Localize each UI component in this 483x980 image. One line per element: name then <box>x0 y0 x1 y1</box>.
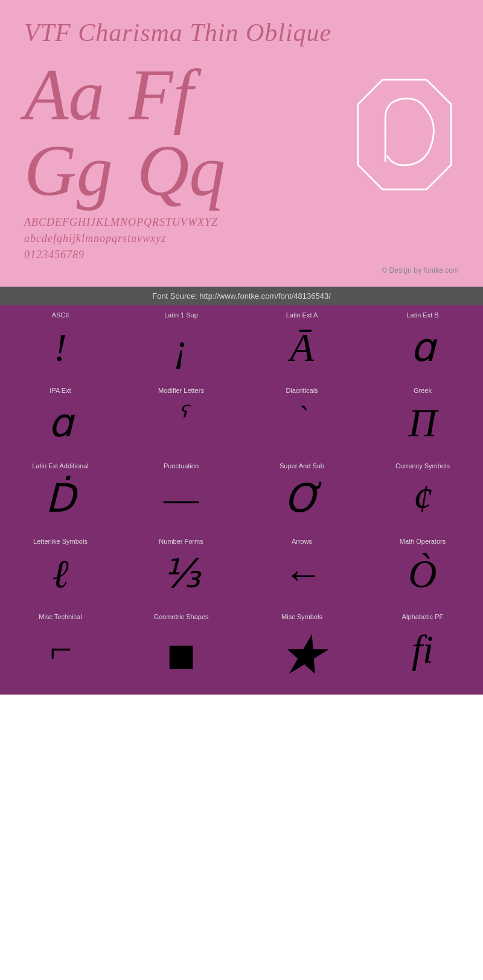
glyph-cell-mathops: Math Operators Ò <box>362 532 483 607</box>
glyph-char-superandsub: Ơ <box>284 474 320 523</box>
glyph-label-punctuation: Punctuation <box>164 462 199 469</box>
glyph-char-greek: Π <box>409 399 437 447</box>
glyph-char-ipaext: ɑ <box>48 399 73 447</box>
outlined-shape <box>350 74 459 195</box>
glyph-label-ascii: ASCII <box>52 311 69 319</box>
glyph-section: Font Source: http://www.fontke.com/font/… <box>0 287 483 695</box>
glyph-char-misctech: ⌐ <box>47 625 74 673</box>
glyph-char-latinextb: ɑ <box>411 323 435 372</box>
glyph-cell-modletters: Modifier Letters ˤ <box>121 381 242 456</box>
glyph-char-latinextadd: Ḋ <box>45 474 75 523</box>
alphabet-lower: abcdefghijklmnopqrstuvwxyz <box>24 232 459 245</box>
glyph-char-diacriticals: ` <box>297 399 307 435</box>
glyph-cell-numberforms: Number Forms ⅓ <box>121 532 242 607</box>
glyph-label-superandsub: Super And Sub <box>280 462 324 469</box>
glyph-cell-currency: Currency Symbols ¢ <box>362 456 483 532</box>
glyph-cell-alphabeticpf: Alphabetic PF fi <box>362 607 483 695</box>
chars-left: Aa Ff Gg Qq <box>24 59 350 210</box>
glyph-cell-latinexta: Latin Ext A Ā <box>242 305 362 381</box>
alphabet-upper: ABCDEFGHIJKLMNOPQRSTUVWXYZ <box>24 216 459 229</box>
glyph-char-miscsymbols: ★ <box>278 625 327 686</box>
glyph-label-latinextb: Latin Ext B <box>406 311 438 319</box>
glyph-cell-punctuation: Punctuation — <box>121 456 242 532</box>
glyph-cell-letterlike: Letterlike Symbols ℓ <box>0 532 121 607</box>
glyph-label-ipaext: IPA Ext <box>50 387 71 394</box>
glyph-char-alphabeticpf: fi <box>412 625 433 673</box>
preview-section: VTF Charisma Thin Oblique Aa Ff Gg Qq AB… <box>0 0 483 287</box>
glyph-char-ascii: ! <box>54 323 67 372</box>
outlined-a-svg <box>350 74 459 195</box>
glyph-cell-latin1sup: Latin 1 Sup ¡ <box>121 305 242 381</box>
big-chars-display: Aa Ff Gg Qq <box>24 59 459 210</box>
glyph-char-geoshapes: ■ <box>167 625 196 686</box>
glyph-cell-greek: Greek Π <box>362 381 483 456</box>
glyphs-grid: ASCII ! Latin 1 Sup ¡ Latin Ext A Ā Lati… <box>0 305 483 695</box>
svg-marker-0 <box>358 80 452 189</box>
glyph-label-miscsymbols: Misc Symbols <box>281 613 322 620</box>
glyph-char-latin1sup: ¡ <box>173 323 188 372</box>
glyph-label-latin1sup: Latin 1 Sup <box>164 311 198 319</box>
chars-row-2: Gg Qq <box>24 135 350 207</box>
glyph-cell-diacriticals: Diacriticals ` <box>242 381 362 456</box>
glyph-cell-ascii: ASCII ! <box>0 305 121 381</box>
copyright-text: © Design by fontke.com <box>24 266 459 275</box>
glyph-cell-latinextadd: Latin Ext Additional Ḋ <box>0 456 121 532</box>
glyph-label-numberforms: Number Forms <box>159 538 203 545</box>
font-source-bar: Font Source: http://www.fontke.com/font/… <box>0 287 483 305</box>
font-title: VTF Charisma Thin Oblique <box>24 18 459 47</box>
digits-row: 0123456789 <box>24 249 459 261</box>
glyph-char-arrows: ← <box>283 550 322 598</box>
glyph-label-modletters: Modifier Letters <box>158 387 204 394</box>
glyph-label-greek: Greek <box>414 387 432 394</box>
glyph-cell-arrows: Arrows ← <box>242 532 362 607</box>
glyph-label-arrows: Arrows <box>292 538 312 545</box>
chars-row-1: Aa Ff <box>24 59 350 132</box>
glyph-label-mathops: Math Operators <box>400 538 446 545</box>
glyph-label-letterlike: Letterlike Symbols <box>33 538 88 545</box>
char-gg: Gg <box>24 135 113 207</box>
glyph-char-letterlike: ℓ <box>52 550 68 598</box>
glyph-label-geoshapes: Geometric Shapes <box>153 613 208 620</box>
glyph-cell-latinextb: Latin Ext B ɑ <box>362 305 483 381</box>
glyph-label-alphabeticpf: Alphabetic PF <box>402 613 443 620</box>
glyph-char-latinexta: Ā <box>290 323 314 372</box>
glyph-char-mathops: Ò <box>409 550 437 598</box>
glyph-cell-miscsymbols: Misc Symbols ★ <box>242 607 362 695</box>
glyph-label-latinexta: Latin Ext A <box>286 311 318 319</box>
glyph-label-misctech: Misc Technical <box>39 613 82 620</box>
glyph-label-latinextadd: Latin Ext Additional <box>32 462 89 469</box>
char-aa: Aa <box>24 59 104 132</box>
glyph-label-currency: Currency Symbols <box>395 462 450 469</box>
glyph-char-currency: ¢ <box>413 474 433 523</box>
glyph-cell-ipaext: IPA Ext ɑ <box>0 381 121 456</box>
char-qq: Qq <box>137 135 226 207</box>
glyph-char-modletters: ˤ <box>176 399 187 435</box>
glyph-cell-misctech: Misc Technical ⌐ <box>0 607 121 695</box>
glyph-char-punctuation: — <box>164 474 199 523</box>
glyph-cell-geoshapes: Geometric Shapes ■ <box>121 607 242 695</box>
glyph-char-numberforms: ⅓ <box>162 550 200 598</box>
char-ff: Ff <box>129 59 193 132</box>
glyph-label-diacriticals: Diacriticals <box>286 387 318 394</box>
glyph-cell-superandsub: Super And Sub Ơ <box>242 456 362 532</box>
